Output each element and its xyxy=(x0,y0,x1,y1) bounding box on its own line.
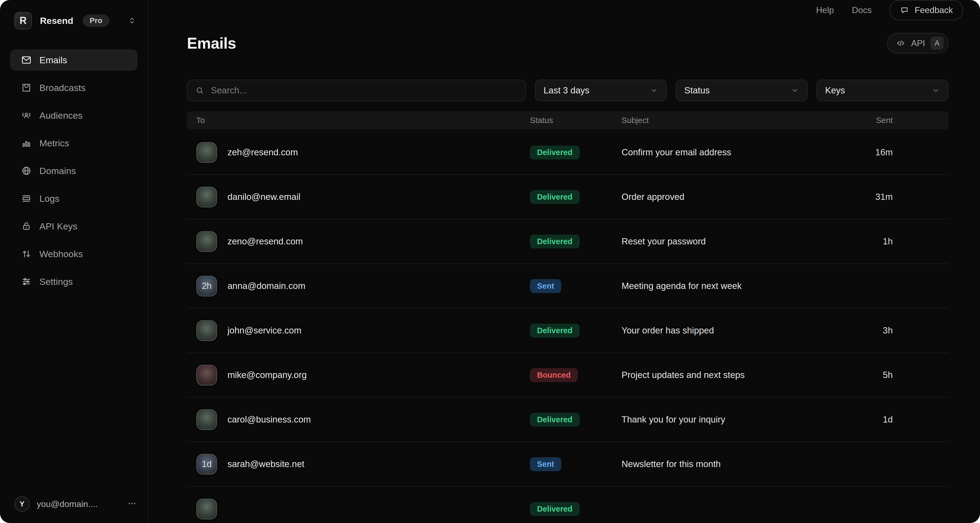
email-subject: Reset your password xyxy=(622,236,822,247)
api-shortcut-key: A xyxy=(931,36,943,50)
chat-bubble-icon xyxy=(900,6,909,15)
status-badge: Delivered xyxy=(530,146,580,159)
status-badge: Delivered xyxy=(530,413,580,426)
table-header: To Status Subject Sent xyxy=(187,111,948,129)
status-badge: Delivered xyxy=(530,502,580,516)
api-label: API xyxy=(911,38,925,48)
recipient-email: sarah@website.net xyxy=(228,459,304,469)
column-subject: Subject xyxy=(622,116,822,125)
api-button[interactable]: API A xyxy=(887,33,948,54)
email-subject: Meeting agenda for next week xyxy=(622,281,822,291)
recipient-email: danilo@new.email xyxy=(228,192,300,202)
envelope-icon xyxy=(21,55,32,65)
search-box[interactable] xyxy=(187,79,526,101)
search-input[interactable] xyxy=(210,85,518,96)
content: Emails API A Last 3 days Status xyxy=(148,21,980,523)
chevron-down-icon xyxy=(791,86,799,95)
chevrons-up-down-icon[interactable] xyxy=(127,15,137,26)
sidebar-item-webhooks[interactable]: Webhooks xyxy=(10,243,137,265)
status-badge: Sent xyxy=(530,279,561,293)
recipient-email: carol@business.com xyxy=(228,414,311,425)
main-area: Help Docs Feedback Emails API A xyxy=(148,0,980,523)
sidebar-item-broadcasts[interactable]: Broadcasts xyxy=(10,77,137,98)
table-row[interactable]: zeh@resend.com Delivered Confirm your em… xyxy=(187,130,948,175)
sidebar-item-label: Logs xyxy=(40,193,59,204)
recipient-email: zeh@resend.com xyxy=(228,147,298,157)
docs-link[interactable]: Docs xyxy=(852,5,872,15)
sidebar-item-emails[interactable]: Emails xyxy=(10,49,137,71)
status-badge: Delivered xyxy=(530,324,580,338)
status-dropdown[interactable]: Status xyxy=(676,79,808,101)
lock-icon xyxy=(21,221,32,231)
sidebar: R Resend Pro EmailsBroadcastsAudiencesMe… xyxy=(0,0,148,523)
status-value: Status xyxy=(684,85,710,95)
email-thumbnail xyxy=(196,409,217,430)
sidebar-item-metrics[interactable]: Metrics xyxy=(10,133,137,154)
table-row[interactable]: danilo@new.email Delivered Order approve… xyxy=(187,175,948,219)
sidebar-item-logs[interactable]: Logs xyxy=(10,188,137,209)
status-badge: Delivered xyxy=(530,190,580,204)
recipient-email: john@service.com xyxy=(228,325,301,336)
sidebar-item-domains[interactable]: Domains xyxy=(10,160,137,181)
table-row[interactable]: carol@business.com Delivered Thank you f… xyxy=(187,398,948,442)
table-row[interactable]: 2h anna@domain.com Sent Meeting agenda f… xyxy=(187,264,948,309)
page-title: Emails xyxy=(187,34,236,52)
title-row: Emails API A xyxy=(187,32,948,55)
people-icon xyxy=(21,110,32,121)
status-badge: Sent xyxy=(530,457,561,471)
sliders-icon xyxy=(21,276,32,287)
table-row[interactable]: 1d sarah@website.net Sent Newsletter for… xyxy=(187,442,948,487)
search-icon xyxy=(195,86,204,95)
chevron-down-icon xyxy=(650,86,658,95)
sidebar-item-label: Metrics xyxy=(40,138,69,149)
plan-badge: Pro xyxy=(83,14,110,27)
status-badge: Bounced xyxy=(530,368,578,382)
user-email: you@domain.... xyxy=(37,499,98,509)
sidebar-item-label: Domains xyxy=(40,166,76,176)
sidebar-item-label: Broadcasts xyxy=(40,82,86,93)
resend-logo: R xyxy=(14,12,32,29)
date-range-value: Last 3 days xyxy=(544,85,589,95)
table-row[interactable]: john@service.com Delivered Your order ha… xyxy=(187,309,948,353)
email-thumbnail xyxy=(196,187,217,208)
user-account[interactable]: Y you@domain.... xyxy=(10,496,137,512)
status-badge: Delivered xyxy=(530,235,580,249)
dots-horizontal-icon[interactable] xyxy=(127,498,137,510)
email-thumbnail xyxy=(196,320,217,341)
email-table: zeh@resend.com Delivered Confirm your em… xyxy=(187,130,948,523)
sent-time: 5h xyxy=(822,370,893,380)
date-range-dropdown[interactable]: Last 3 days xyxy=(535,79,667,101)
chevron-down-icon xyxy=(932,86,940,95)
table-row[interactable]: zeno@resend.com Delivered Reset your pas… xyxy=(187,219,948,264)
broadcast-tray-icon xyxy=(21,82,32,93)
column-to: To xyxy=(196,116,530,125)
email-subject: Confirm your email address xyxy=(622,147,822,157)
table-row[interactable]: Delivered xyxy=(187,487,948,523)
email-subject: Order approved xyxy=(622,192,822,202)
sidebar-item-api-keys[interactable]: API Keys xyxy=(10,216,137,237)
sidebar-item-label: Settings xyxy=(40,276,73,287)
bar-chart-icon xyxy=(21,138,32,149)
feedback-label: Feedback xyxy=(915,5,953,15)
workspace-switcher[interactable]: R Resend Pro xyxy=(10,11,137,30)
email-subject: Project updates and next steps xyxy=(622,370,822,380)
sidebar-item-label: Webhooks xyxy=(40,249,83,259)
sent-time: 31m xyxy=(822,192,893,202)
feedback-button[interactable]: Feedback xyxy=(889,0,963,21)
globe-icon xyxy=(21,165,32,176)
keys-dropdown[interactable]: Keys xyxy=(816,79,948,101)
sidebar-item-audiences[interactable]: Audiences xyxy=(10,105,137,126)
avatar: Y xyxy=(14,496,30,512)
email-subject: Thank you for your inquiry xyxy=(622,414,822,425)
workspace-name: Resend xyxy=(40,16,73,26)
sidebar-item-settings[interactable]: Settings xyxy=(10,271,137,292)
table-row[interactable]: mike@company.org Bounced Project updates… xyxy=(187,353,948,398)
code-icon xyxy=(896,38,905,48)
sent-time: 1h xyxy=(822,236,893,247)
help-link[interactable]: Help xyxy=(816,5,834,15)
recipient-email: mike@company.org xyxy=(228,370,307,380)
column-status: Status xyxy=(530,116,622,125)
filters-row: Last 3 days Status Keys xyxy=(187,79,948,101)
email-subject: Newsletter for this month xyxy=(622,459,822,469)
sent-time: 16m xyxy=(822,147,893,157)
